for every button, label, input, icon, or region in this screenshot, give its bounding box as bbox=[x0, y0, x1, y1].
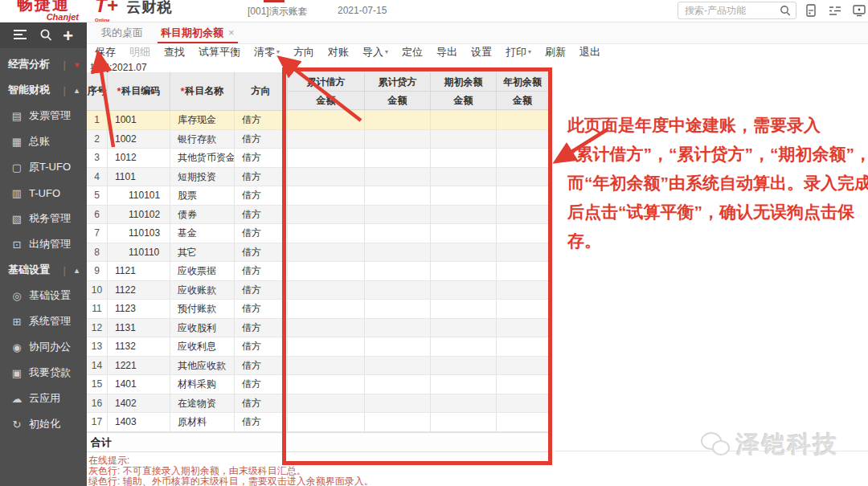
amount-cell[interactable] bbox=[288, 206, 365, 225]
amount-cell[interactable] bbox=[288, 243, 365, 263]
sidebar-item-10[interactable]: ⊞系统管理 bbox=[0, 308, 87, 334]
amount-cell[interactable] bbox=[365, 186, 431, 206]
table-row[interactable]: 131132应收利息借方 bbox=[87, 337, 551, 357]
column-header-2[interactable]: *科目名称 bbox=[170, 72, 235, 111]
sidebar-item-9[interactable]: ◎基础设置 bbox=[0, 283, 87, 308]
account-code-cell[interactable]: 1101 bbox=[108, 168, 170, 187]
account-name-cell[interactable]: 在途物资 bbox=[170, 394, 235, 414]
direction-cell[interactable]: 借方 bbox=[235, 224, 288, 243]
table-row[interactable]: 151401材料采购借方 bbox=[87, 375, 551, 394]
account-name-cell[interactable]: 应收账款 bbox=[170, 281, 235, 300]
toolbar-button-0[interactable]: 保存 bbox=[95, 45, 116, 59]
amount-cell[interactable] bbox=[365, 130, 431, 149]
amount-cell[interactable] bbox=[365, 262, 431, 281]
direction-cell[interactable]: 借方 bbox=[235, 243, 288, 263]
direction-cell[interactable]: 借方 bbox=[235, 130, 288, 149]
sidebar-search-icon[interactable] bbox=[39, 28, 52, 43]
account-code-cell[interactable]: 1221 bbox=[108, 357, 170, 376]
account-code-cell[interactable]: 1401 bbox=[108, 375, 170, 394]
direction-cell[interactable]: 借方 bbox=[235, 186, 288, 206]
amount-column-header-3[interactable]: 年初余额金额 bbox=[497, 72, 549, 111]
sidebar-item-12[interactable]: ▣我要贷款 bbox=[0, 360, 87, 386]
table-row[interactable]: 171403原材料借方 bbox=[87, 413, 551, 432]
amount-cell[interactable] bbox=[497, 224, 549, 243]
amount-column-header-0[interactable]: 累计借方金额 bbox=[288, 72, 365, 111]
sidebar-item-5[interactable]: ▥T-UFO bbox=[0, 180, 87, 206]
toolbar-button-11[interactable]: 打印▾ bbox=[506, 45, 531, 59]
account-name-cell[interactable]: 股票 bbox=[170, 186, 235, 206]
direction-cell[interactable]: 借方 bbox=[235, 357, 288, 376]
amount-cell[interactable] bbox=[497, 357, 549, 376]
toolbar-button-2[interactable]: 查找 bbox=[164, 45, 185, 59]
amount-cell[interactable] bbox=[497, 375, 549, 394]
sidebar-item-11[interactable]: ◉协同办公 bbox=[0, 334, 87, 360]
toolbar-button-13[interactable]: 退出 bbox=[579, 45, 600, 59]
amount-cell[interactable] bbox=[365, 111, 431, 130]
chanjet-logo[interactable]: 畅捷通 Chanjet bbox=[0, 0, 87, 22]
amount-cell[interactable] bbox=[497, 413, 549, 432]
account-code-cell[interactable]: 1001 bbox=[108, 111, 170, 130]
search-icon[interactable] bbox=[780, 5, 791, 19]
account-name-cell[interactable]: 债券 bbox=[170, 206, 235, 225]
amount-cell[interactable] bbox=[497, 262, 549, 281]
account-name-cell[interactable]: 其他货币资金 bbox=[170, 149, 235, 168]
amount-cell[interactable] bbox=[288, 357, 365, 376]
amount-cell[interactable] bbox=[288, 130, 365, 149]
amount-cell[interactable] bbox=[497, 168, 549, 187]
amount-cell[interactable] bbox=[431, 319, 497, 338]
account-name-cell[interactable]: 应收票据 bbox=[170, 262, 235, 281]
account-name-cell[interactable]: 其他应收款 bbox=[170, 357, 235, 376]
account-code-cell[interactable]: 110103 bbox=[108, 224, 170, 243]
search-input[interactable] bbox=[685, 3, 775, 18]
amount-cell[interactable] bbox=[365, 319, 431, 338]
table-row[interactable]: 101122应收账款借方 bbox=[87, 281, 551, 300]
account-code-cell[interactable]: 110102 bbox=[108, 206, 170, 225]
toolbar-button-9[interactable]: 导出 bbox=[436, 45, 457, 59]
sidebar-item-3[interactable]: ▦总账 bbox=[0, 129, 87, 154]
amount-cell[interactable] bbox=[431, 206, 497, 225]
account-code-cell[interactable]: 1123 bbox=[108, 300, 170, 319]
sidebar-item-4[interactable]: ▢原T-UFO bbox=[0, 154, 87, 180]
amount-cell[interactable] bbox=[288, 337, 365, 357]
chevron-up-icon[interactable]: ▴ bbox=[75, 266, 79, 275]
account-set-label[interactable]: [001]演示账套 bbox=[248, 5, 308, 18]
sidebar-item-6[interactable]: ▧税务管理 bbox=[0, 206, 87, 231]
toolbar-button-4[interactable]: 清零▾ bbox=[254, 45, 280, 59]
column-header-1[interactable]: *科目编码 bbox=[108, 72, 170, 111]
toolbar-button-5[interactable]: 方向 bbox=[293, 45, 314, 59]
amount-cell[interactable] bbox=[365, 224, 431, 243]
amount-cell[interactable] bbox=[365, 394, 431, 414]
table-row[interactable]: 6110102债券借方 bbox=[87, 206, 551, 225]
account-name-cell[interactable]: 材料采购 bbox=[170, 375, 235, 394]
direction-cell[interactable]: 借方 bbox=[235, 300, 288, 319]
direction-cell[interactable]: 借方 bbox=[235, 337, 288, 357]
amount-cell[interactable] bbox=[497, 186, 549, 206]
amount-cell[interactable] bbox=[431, 168, 497, 187]
chevron-up-icon[interactable]: ▴ bbox=[75, 86, 79, 95]
sidebar-item-13[interactable]: ☁云应用 bbox=[0, 386, 87, 411]
amount-cell[interactable] bbox=[365, 337, 431, 357]
toolbar-button-10[interactable]: 设置 bbox=[471, 45, 492, 59]
account-code-cell[interactable]: 110110 bbox=[108, 243, 170, 263]
amount-cell[interactable] bbox=[497, 319, 549, 338]
amount-cell[interactable] bbox=[288, 186, 365, 206]
table-row[interactable]: 8110110其它借方 bbox=[87, 243, 551, 263]
amount-cell[interactable] bbox=[365, 168, 431, 187]
table-row[interactable]: 141221其他应收款借方 bbox=[87, 357, 551, 376]
column-header-3[interactable]: 方向 bbox=[235, 72, 288, 111]
amount-cell[interactable] bbox=[431, 149, 497, 168]
table-row[interactable]: 91121应收票据借方 bbox=[87, 262, 551, 281]
account-code-cell[interactable]: 1132 bbox=[108, 337, 170, 357]
amount-cell[interactable] bbox=[365, 300, 431, 319]
checklist-icon[interactable] bbox=[829, 4, 842, 18]
table-row[interactable]: 41101短期投资借方 bbox=[87, 168, 551, 187]
account-name-cell[interactable]: 银行存款 bbox=[170, 130, 235, 149]
table-row[interactable]: 7110103基金借方 bbox=[87, 224, 551, 243]
account-code-cell[interactable]: 1402 bbox=[108, 394, 170, 414]
amount-cell[interactable] bbox=[365, 413, 431, 432]
amount-cell[interactable] bbox=[497, 149, 549, 168]
direction-cell[interactable]: 借方 bbox=[235, 413, 288, 432]
account-name-cell[interactable]: 基金 bbox=[170, 224, 235, 243]
monitor-message-icon[interactable] bbox=[853, 4, 866, 18]
calculator-icon[interactable] bbox=[805, 4, 818, 18]
